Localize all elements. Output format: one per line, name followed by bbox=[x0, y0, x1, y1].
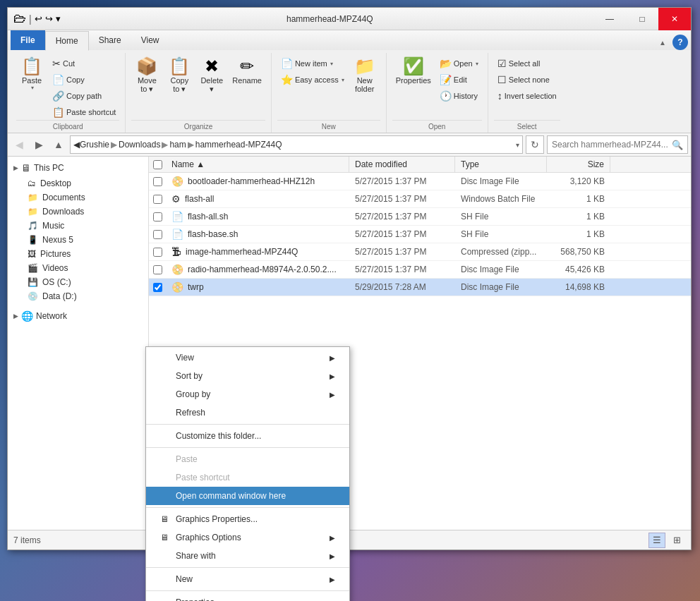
help-button[interactable]: ? bbox=[672, 35, 688, 50]
row-checkbox-col bbox=[149, 283, 166, 292]
new-folder-button[interactable]: 📁 Newfolder bbox=[349, 56, 380, 95]
file-name: flash-base.sh bbox=[188, 229, 238, 239]
refresh-button[interactable]: ↻ bbox=[526, 135, 544, 154]
tab-share[interactable]: Share bbox=[89, 30, 131, 50]
documents-folder-icon: 📁 bbox=[28, 193, 38, 202]
header-name[interactable]: Name ▲ bbox=[166, 157, 349, 172]
ctx-graphics-properties[interactable]: 🖥 Graphics Properties... bbox=[146, 510, 349, 528]
ctx-open-command[interactable]: Open command window here bbox=[146, 487, 349, 505]
back-button[interactable]: ◀ bbox=[11, 136, 28, 153]
minimize-button[interactable]: — bbox=[593, 8, 626, 30]
pictures-folder-icon: 🖼 bbox=[28, 249, 36, 259]
table-row[interactable]: 📀 bootloader-hammerhead-HHZ12h 5/27/2015… bbox=[149, 173, 691, 190]
table-row[interactable]: 📀 radio-hammerhead-M8974A-2.0.50.2.... 5… bbox=[149, 261, 691, 279]
table-row[interactable]: 📄 flash-all.sh 5/27/2015 1:37 PM SH File… bbox=[149, 208, 691, 226]
row-checkbox[interactable] bbox=[153, 283, 162, 292]
ctx-sort-by[interactable]: Sort by ▶ bbox=[146, 367, 349, 385]
maximize-button[interactable]: □ bbox=[626, 8, 658, 30]
select-none-icon: ☐ bbox=[497, 74, 507, 85]
copy-icon: 📄 bbox=[52, 74, 64, 85]
file-name: image-hammerhead-MPZ44Q bbox=[186, 247, 298, 257]
sidebar-item-os-c[interactable]: 💾 OS (C:) bbox=[8, 275, 148, 289]
sidebar-item-pictures[interactable]: 🖼 Pictures bbox=[8, 247, 148, 261]
edit-button[interactable]: 📝 Edit bbox=[436, 72, 482, 87]
sidebar-item-nexus5[interactable]: 📱 Nexus 5 bbox=[8, 233, 148, 247]
history-button[interactable]: 🕐 History bbox=[436, 88, 482, 104]
header-checkbox[interactable] bbox=[149, 157, 166, 172]
row-checkbox[interactable] bbox=[153, 212, 162, 221]
move-to-button[interactable]: 📦 Moveto ▾ bbox=[131, 56, 162, 96]
copy-button[interactable]: 📄 Copy bbox=[49, 72, 119, 87]
sidebar-item-network[interactable]: ▶ 🌐 Network bbox=[8, 308, 148, 324]
tab-file[interactable]: File bbox=[11, 30, 45, 50]
sidebar-item-this-pc[interactable]: ▶ 🖥 This PC bbox=[8, 159, 148, 176]
select-small-buttons: ☑ Select all ☐ Select none ↕ Invert sele… bbox=[494, 56, 560, 104]
videos-folder-icon: 🎬 bbox=[28, 263, 38, 273]
cut-button[interactable]: ✂ Cut bbox=[49, 56, 119, 71]
ctx-refresh[interactable]: Refresh bbox=[146, 403, 349, 422]
ctx-view[interactable]: View ▶ bbox=[146, 348, 349, 367]
tab-view[interactable]: View bbox=[131, 30, 169, 50]
forward-button[interactable]: ▶ bbox=[30, 136, 47, 153]
tab-home[interactable]: Home bbox=[45, 31, 89, 51]
table-row[interactable]: 📄 flash-base.sh 5/27/2015 1:37 PM SH Fil… bbox=[149, 226, 691, 243]
header-size[interactable]: Size bbox=[547, 157, 610, 172]
new-item-button[interactable]: 📄 New item ▾ bbox=[277, 56, 348, 71]
paste-button[interactable]: 📋 Paste ▾ bbox=[16, 56, 47, 93]
sidebar-item-downloads[interactable]: 📁 Downloads bbox=[8, 205, 148, 219]
copy-path-icon: 🔗 bbox=[52, 90, 64, 102]
close-button[interactable]: ✕ bbox=[658, 8, 691, 30]
network-icon: 🌐 bbox=[21, 310, 33, 322]
explorer-window: 🗁 | ↩ ↪ ▾ hammerhead-MPZ44Q — □ ✕ File H… bbox=[7, 7, 692, 550]
data-d-icon: 💿 bbox=[28, 291, 38, 301]
addressbar-dropdown[interactable]: ▾ bbox=[516, 141, 519, 149]
row-checkbox[interactable] bbox=[153, 248, 162, 257]
up-button[interactable]: ▲ bbox=[50, 136, 67, 153]
row-checkbox[interactable] bbox=[153, 195, 162, 204]
search-input[interactable] bbox=[552, 140, 672, 150]
open-button[interactable]: 📂 Open ▾ bbox=[436, 56, 482, 71]
row-checkbox[interactable] bbox=[153, 265, 162, 274]
select-all-button[interactable]: ☑ Select all bbox=[494, 56, 560, 71]
ctx-customize-folder[interactable]: Customize this folder... bbox=[146, 427, 349, 445]
properties-button[interactable]: ✅ Properties bbox=[392, 56, 435, 87]
expand-icon: ▶ bbox=[13, 164, 18, 171]
sidebar-item-documents[interactable]: 📁 Documents bbox=[8, 190, 148, 205]
addressbar[interactable]: ◀ Grushie ▶ Downloads ▶ ham ▶ hammerhead… bbox=[70, 135, 523, 154]
select-group-content: ☑ Select all ☐ Select none ↕ Invert sele… bbox=[494, 53, 560, 120]
details-view-button[interactable]: ☰ bbox=[648, 533, 665, 548]
table-row[interactable]: 🗜 image-hammerhead-MPZ44Q 5/27/2015 1:37… bbox=[149, 243, 691, 261]
sidebar-item-data-d[interactable]: 💿 Data (D:) bbox=[8, 289, 148, 303]
header-date[interactable]: Date modified bbox=[349, 157, 455, 172]
row-checkbox[interactable] bbox=[153, 177, 162, 186]
ctx-paste[interactable]: Paste bbox=[146, 450, 349, 468]
sidebar-label-this-pc: This PC bbox=[34, 163, 64, 173]
sidebar-item-videos[interactable]: 🎬 Videos bbox=[8, 261, 148, 275]
ctx-properties[interactable]: Properties bbox=[146, 593, 349, 601]
table-row[interactable]: 📀 twrp 5/29/2015 7:28 AM Disc Image File… bbox=[149, 279, 691, 296]
sidebar-item-music[interactable]: 🎵 Music bbox=[8, 219, 148, 233]
ctx-share-with[interactable]: Share with ▶ bbox=[146, 547, 349, 565]
ribbon-collapse-button[interactable]: ▲ bbox=[656, 35, 670, 49]
row-checkbox[interactable] bbox=[153, 230, 162, 239]
delete-button[interactable]: ✖ Delete▾ bbox=[196, 56, 227, 96]
paste-shortcut-icon: 📋 bbox=[52, 107, 64, 118]
invert-selection-button[interactable]: ↕ Invert selection bbox=[494, 88, 560, 104]
copy-path-button[interactable]: 🔗 Copy path bbox=[49, 88, 119, 104]
filelist-header: Name ▲ Date modified Type Size bbox=[149, 157, 691, 173]
ctx-new[interactable]: New ▶ bbox=[146, 570, 349, 588]
select-all-checkbox[interactable] bbox=[153, 160, 162, 169]
header-type[interactable]: Type bbox=[455, 157, 547, 172]
sidebar-item-desktop[interactable]: 🗂 Desktop bbox=[8, 176, 148, 190]
search-box[interactable]: 🔍 bbox=[547, 135, 688, 154]
large-icons-view-button[interactable]: ⊞ bbox=[668, 533, 685, 548]
copy-to-button[interactable]: 📋 Copyto ▾ bbox=[164, 56, 195, 96]
select-none-button[interactable]: ☐ Select none bbox=[494, 72, 560, 87]
ctx-paste-shortcut[interactable]: Paste shortcut bbox=[146, 468, 349, 487]
rename-button[interactable]: ✏ Rename bbox=[229, 56, 265, 87]
ctx-group-by[interactable]: Group by ▶ bbox=[146, 385, 349, 403]
easy-access-button[interactable]: ⭐ Easy access ▾ bbox=[277, 72, 348, 87]
paste-shortcut-button[interactable]: 📋 Paste shortcut bbox=[49, 104, 119, 120]
table-row[interactable]: ⚙ flash-all 5/27/2015 1:37 PM Windows Ba… bbox=[149, 190, 691, 208]
ctx-graphics-options[interactable]: 🖥 Graphics Options ▶ bbox=[146, 528, 349, 547]
